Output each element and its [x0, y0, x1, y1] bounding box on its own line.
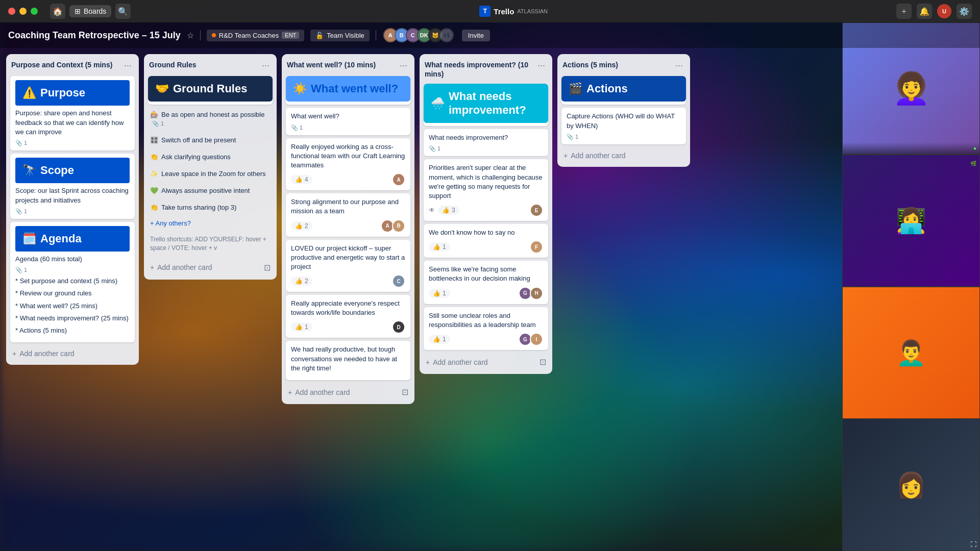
notification-bell[interactable]: 🔔	[917, 4, 932, 19]
add-card-ww[interactable]: + Add another card ⊡	[286, 384, 410, 400]
gr-text-5: 💚 Always assume positive intent	[150, 187, 271, 194]
ni-3-count: 1	[443, 290, 446, 297]
boards-button[interactable]: ⊞ Boards	[69, 5, 111, 17]
video-person-4: 👩	[843, 419, 979, 550]
maximize-button[interactable]	[31, 8, 38, 15]
scope-body: Scope: our last Sprint across coaching p…	[15, 186, 130, 205]
ww-1-count: 4	[305, 176, 308, 183]
add-card-purpose[interactable]: + Add another card	[10, 346, 135, 361]
gr-item-4[interactable]: ✨ Leave space in the Zoom for others	[148, 167, 273, 181]
gr-item-6[interactable]: 👏 Take turns sharing (top 3)	[148, 201, 273, 214]
video-expand-4[interactable]: ⛶	[970, 539, 976, 548]
template-icon-gr[interactable]: ⊡	[264, 263, 271, 272]
card-needs-improvement-banner[interactable]: 🌧️ What needs improvement?	[424, 84, 548, 126]
card-actions-banner[interactable]: 🎬 Actions	[561, 76, 686, 105]
ww-5-text: We had really productive, but tough conv…	[291, 345, 405, 373]
gr-item-3[interactable]: 👏 Ask clarifying questions	[148, 150, 273, 164]
gr-item-1[interactable]: 🎰 Be as open and honest as possible 📎 1	[148, 108, 273, 130]
gr-label-3: Ask clarifying questions	[161, 153, 231, 161]
expand-icon: ⛶	[970, 541, 976, 548]
ni-3-like[interactable]: 👍 1	[429, 289, 450, 298]
workspace-tag[interactable]: R&D Team Coaches ENT	[207, 30, 305, 41]
card-went-well-banner[interactable]: ☀️ What went well?	[286, 76, 410, 105]
add-button[interactable]: ＋	[896, 4, 912, 19]
card-ww-1[interactable]: Really enjoyed working as a cross-functi…	[286, 138, 410, 191]
video-cell-4: 👩 ⛶	[842, 419, 980, 551]
card-ww-2[interactable]: Strong alignment to our purpose and miss…	[286, 193, 410, 236]
gr-item-5[interactable]: 💚 Always assume positive intent	[148, 184, 273, 197]
card-scope[interactable]: 🔭 Scope Scope: our last Sprint across co…	[10, 154, 135, 219]
ww-4-like[interactable]: 👍 1	[291, 322, 312, 332]
add-card-gr[interactable]: + Add another card ⊡	[148, 260, 273, 276]
ww-3-like[interactable]: 👍 2	[291, 277, 312, 286]
settings-icon[interactable]: ⚙️	[957, 4, 972, 19]
ww-1-like[interactable]: 👍 4	[291, 175, 312, 184]
card-ww-3[interactable]: LOVED our project kickoff – super produc…	[286, 240, 410, 292]
board-title: Coaching Team Retrospective – 15 July	[8, 30, 181, 41]
actions-1-attach: 📎 1	[567, 134, 681, 140]
card-actions-1[interactable]: Capture Actions (WHO will do WHAT by WHE…	[561, 108, 686, 144]
add-card-actions[interactable]: + Add another card	[561, 148, 686, 163]
ni-4-like[interactable]: 👍 1	[429, 335, 450, 344]
thumb-icon-ni-1: 👍	[442, 207, 450, 214]
card-ground-rules-banner[interactable]: 🤝 Ground Rules	[148, 76, 273, 105]
ni-2-avatar: F	[530, 240, 543, 254]
card-ww-4[interactable]: Really appreciate everyone's respect tow…	[286, 295, 410, 338]
gr-label-6: Take turns sharing (top 3)	[161, 204, 236, 211]
column-menu-purpose[interactable]: ···	[122, 60, 134, 71]
star-button[interactable]: ☆	[187, 31, 194, 40]
column-menu-ww[interactable]: ···	[398, 60, 409, 71]
column-menu-ni[interactable]: ···	[535, 60, 547, 71]
add-card-ni[interactable]: + Add another card ⊡	[424, 354, 548, 370]
template-icon-ni[interactable]: ⊡	[540, 357, 546, 367]
card-agenda[interactable]: 🗓️ Agenda Agenda (60 mins total) 📎 1 * S…	[10, 222, 135, 343]
ww-4-avatars: D	[394, 320, 405, 334]
card-ni-1[interactable]: Priorities aren't super clear at the mom…	[424, 159, 548, 221]
video-panel: 👩‍🦱 ● 👩‍💻 🌿 👨‍🦱 👩 ⛶	[842, 22, 980, 551]
card-ni-2[interactable]: We don't know how to say no 👍 1 F	[424, 224, 548, 258]
user-avatar[interactable]: U	[937, 4, 951, 18]
ww-2-text: Strong alignment to our purpose and miss…	[291, 197, 405, 216]
column-header-ni: What needs improvement? (10 mins) ···	[424, 58, 548, 81]
ni-2-like[interactable]: 👍 1	[429, 242, 450, 252]
thumb-icon-ni-2: 👍	[433, 243, 440, 251]
add-label-purpose: Add another card	[19, 349, 74, 358]
card-ww-header[interactable]: What went well? 📎 1	[286, 108, 410, 135]
eye-icon-1: 👁	[429, 207, 435, 214]
column-menu-actions[interactable]: ···	[673, 60, 685, 71]
avatar-plus: +1	[439, 28, 454, 42]
ni-1-like[interactable]: 👍 3	[438, 206, 459, 215]
invite-button[interactable]: Invite	[462, 30, 490, 41]
home-icon[interactable]: 🏠	[50, 4, 65, 19]
ni-3-footer: 👍 1 G H	[429, 287, 543, 300]
gr-emoji-2: 🎛️	[150, 136, 158, 144]
card-ni-3[interactable]: Seems like we're facing some bottlenecks…	[424, 261, 548, 304]
gr-text-1: 🎰 Be as open and honest as possible	[150, 111, 271, 118]
ww-3-avatars: C	[394, 274, 405, 288]
column-menu-gr[interactable]: ···	[260, 60, 272, 71]
minimize-button[interactable]	[19, 8, 27, 15]
agenda-attach: 📎 1	[15, 267, 130, 273]
card-purpose[interactable]: ⚠️ Purpose Purpose: share open and hones…	[10, 76, 135, 151]
gr-text-2: 🎛️ Switch off and be present	[150, 136, 271, 144]
gr-item-2[interactable]: 🎛️ Switch off and be present	[148, 133, 273, 147]
gr-text-4: ✨ Leave space in the Zoom for others	[150, 170, 271, 178]
ww-2-like[interactable]: 👍 2	[291, 221, 312, 231]
any-others-button[interactable]: + Any others?	[148, 217, 273, 229]
template-icon-ww[interactable]: ⊡	[402, 387, 408, 397]
ni-header-attach: 📎 1	[429, 145, 543, 152]
card-ww-5[interactable]: We had really productive, but tough conv…	[286, 341, 410, 380]
ni-2-avatars: F	[532, 240, 543, 254]
ww-1-avatars: A	[394, 173, 405, 186]
agenda-title: Agenda	[40, 232, 82, 245]
visibility-tag[interactable]: 🔓 Team Visible	[310, 30, 369, 41]
ni-4-avatars: G I	[521, 333, 543, 346]
search-icon[interactable]: 🔍	[115, 4, 131, 19]
card-ni-header[interactable]: What needs improvement? 📎 1	[424, 129, 548, 156]
board-header: Coaching Team Retrospective – 15 July ☆ …	[0, 22, 980, 48]
video-cell-2: 👩‍💻 🌿	[842, 155, 980, 287]
card-banner-purpose: ⚠️ Purpose	[15, 80, 130, 106]
close-button[interactable]	[8, 8, 15, 15]
agenda-item-4: * What needs improvement? (25 mins)	[15, 314, 130, 323]
card-ni-4[interactable]: Still some unclear roles and responsibil…	[424, 307, 548, 350]
